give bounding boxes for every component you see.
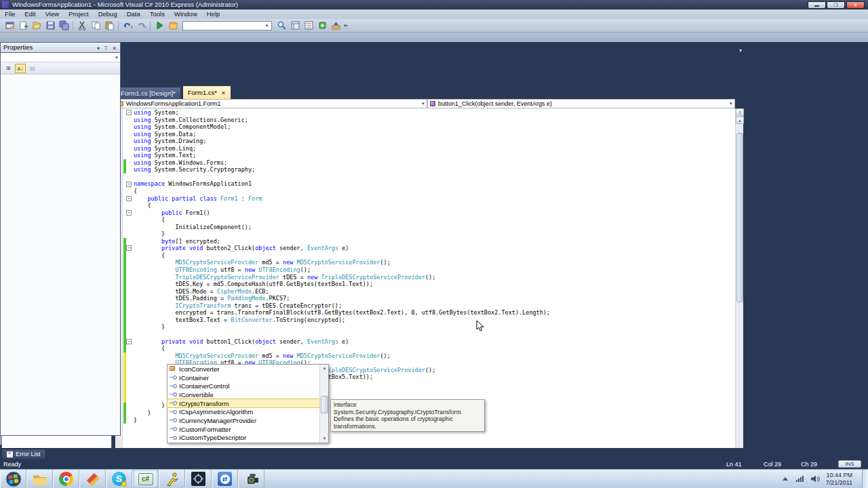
menu-debug[interactable]: Debug xyxy=(94,9,122,19)
show-desktop-button[interactable] xyxy=(862,470,868,488)
fold-collapse-icon[interactable]: − xyxy=(126,245,132,251)
code-line[interactable]: TripleDESCryptoServiceProvider tDES = ne… xyxy=(134,274,550,281)
paste-button[interactable] xyxy=(103,20,115,31)
code-line[interactable]: using System.Text; xyxy=(134,152,550,159)
visual-studio[interactable] xyxy=(79,470,106,488)
code-line[interactable]: tDES.Mode = CipherMode.ECB; xyxy=(134,288,550,296)
menu-data[interactable]: Data xyxy=(122,9,145,19)
member-dropdown[interactable]: button1_Click(object sender, EventArgs e… xyxy=(427,99,735,108)
hidden-icons-icon[interactable] xyxy=(783,477,788,481)
code-line[interactable]: using System.Collections.Generic; xyxy=(134,117,550,124)
taskbar-clock[interactable]: 10:44 PM7/21/2011 xyxy=(826,472,852,487)
completion-item-icustomtypedescriptor[interactable]: ICustomTypeDescriptor xyxy=(167,434,319,443)
scrollbar-thumb[interactable] xyxy=(321,396,328,413)
code-line[interactable]: encrypted = trans.TransformFinalBlock(ut… xyxy=(134,309,550,317)
code-line[interactable]: private void button2_Click(object sender… xyxy=(134,245,550,252)
start-debugging-button[interactable] xyxy=(153,20,165,31)
new-project-button[interactable] xyxy=(3,20,16,31)
toolbar-search-combobox[interactable]: ▼ xyxy=(182,21,272,30)
solution-explorer-button[interactable] xyxy=(289,20,301,31)
splitter-handle[interactable]: ⇕ xyxy=(736,108,744,116)
pin-icon[interactable]: ⊤ xyxy=(104,44,108,54)
menu-edit[interactable]: Edit xyxy=(20,9,40,19)
type-dropdown[interactable]: WindowsFormsApplication1.Form1 ▼ xyxy=(115,99,427,108)
document-tab-form1-cs-design-[interactable]: Form1.cs [Design]* xyxy=(115,87,181,99)
menu-file[interactable]: File xyxy=(0,9,20,19)
object-dropdown[interactable]: ▼ xyxy=(1,53,120,62)
fold-collapse-icon[interactable]: − xyxy=(126,110,132,115)
scrollbar-thumb[interactable] xyxy=(736,133,743,302)
scroll-up-icon[interactable]: ▲ xyxy=(736,117,744,124)
teamviewer[interactable]: ⇄ xyxy=(212,470,238,488)
close-button[interactable]: ✕ xyxy=(846,1,865,9)
undo-button[interactable] xyxy=(121,20,134,31)
code-line[interactable]: { xyxy=(134,188,550,195)
code-line[interactable]: using System.Linq; xyxy=(134,145,550,152)
fold-collapse-icon[interactable]: − xyxy=(126,210,132,216)
menu-project[interactable]: Project xyxy=(64,9,94,19)
code-line[interactable]: using System.ComponentModel; xyxy=(134,123,550,131)
fold-collapse-icon[interactable]: − xyxy=(126,182,132,187)
copy-button[interactable] xyxy=(90,20,102,31)
code-line[interactable]: byte[] encrypted; xyxy=(134,238,550,245)
save-button[interactable] xyxy=(44,20,56,31)
publish-button[interactable] xyxy=(330,20,342,31)
code-line[interactable]: ICryptoTransform trans = tDES.CreateEncr… xyxy=(134,302,550,310)
code-line[interactable] xyxy=(134,174,550,181)
skype[interactable]: S xyxy=(106,470,132,488)
code-line[interactable]: } xyxy=(134,230,550,238)
restore-button[interactable]: ❐ xyxy=(827,1,845,9)
network-icon[interactable] xyxy=(796,476,804,482)
completion-item-icustomformatter[interactable]: ICustomFormatter xyxy=(167,425,319,434)
game-app[interactable] xyxy=(185,470,212,488)
categorized-icon[interactable]: ⊞ xyxy=(3,64,14,73)
code-line[interactable]: InitializeComponent(); xyxy=(134,224,550,231)
redo-button[interactable] xyxy=(135,20,147,31)
alphabetical-sort-icon[interactable]: A↓ xyxy=(15,64,26,73)
menu-view[interactable]: View xyxy=(41,9,64,19)
tab-list-dropdown-icon[interactable]: ▾ xyxy=(739,47,742,54)
completion-item-icontainer[interactable]: IContainer xyxy=(167,373,319,382)
code-line[interactable]: textBox3.Text = BitConverter.ToString(en… xyxy=(134,317,550,324)
code-line[interactable]: using System.Windows.Forms; xyxy=(134,159,550,167)
scroll-down-icon[interactable]: ▼ xyxy=(320,435,329,443)
title-bar[interactable]: WindowsFormsApplication1 - Microsoft Vis… xyxy=(0,0,868,9)
code-line[interactable]: using System.Drawing; xyxy=(134,138,550,145)
add-new-item-button[interactable] xyxy=(17,20,29,31)
window-position-icon[interactable]: ▾ xyxy=(97,44,100,54)
open-containing-folder-button[interactable] xyxy=(167,20,179,31)
fold-collapse-icon[interactable]: − xyxy=(126,339,132,344)
properties-window-button[interactable] xyxy=(302,20,315,31)
code-line[interactable]: } xyxy=(134,323,550,331)
completion-item-iconconverter[interactable]: IconConverter xyxy=(167,365,319,373)
find-in-files-button[interactable] xyxy=(275,20,288,31)
menu-window[interactable]: Window xyxy=(170,9,202,19)
code-line[interactable]: using System.Security.Cryptography; xyxy=(134,166,550,174)
code-line[interactable]: MD5CryptoServiceProvider md5 = new MD5Cr… xyxy=(134,259,550,266)
code-line[interactable]: private void button1_Click(object sender… xyxy=(134,338,550,346)
extension-manager-button[interactable] xyxy=(316,20,328,31)
completion-item-icspasymmetricalgorithm[interactable]: ICspAsymmetricAlgorithm xyxy=(167,407,319,416)
properties-header[interactable]: Properties ▾ ⊤ ✕ xyxy=(0,42,121,53)
tab-error-list[interactable]: Error List xyxy=(1,449,46,459)
google-chrome[interactable] xyxy=(53,470,79,488)
code-line[interactable] xyxy=(134,331,550,338)
code-line[interactable]: { xyxy=(134,202,550,209)
visual-csharp-express[interactable]: c# xyxy=(132,470,159,488)
code-line[interactable]: namespace WindowsFormsApplication1 xyxy=(134,180,550,188)
open-file-button[interactable] xyxy=(31,20,43,31)
windows-explorer[interactable] xyxy=(26,470,53,488)
fold-collapse-icon[interactable]: − xyxy=(126,196,132,201)
start-button[interactable] xyxy=(0,470,26,488)
close-panel-icon[interactable]: ✕ xyxy=(112,44,117,54)
menu-tools[interactable]: Tools xyxy=(145,9,170,19)
vertical-scrollbar[interactable]: ⇕ ▲ ▼ xyxy=(735,108,743,479)
code-line[interactable]: public partial class Form1 : Form xyxy=(134,195,550,203)
completion-item-icurrencymanagerprovider[interactable]: ICurrencyManagerProvider xyxy=(167,416,319,425)
completion-item-icryptotransform[interactable]: ICryptoTransform xyxy=(167,399,319,408)
code-line[interactable]: using System.Data; xyxy=(134,131,550,138)
volume-icon[interactable] xyxy=(810,474,820,483)
minimize-button[interactable]: ▬ xyxy=(808,1,826,9)
scroll-up-icon[interactable]: ▲ xyxy=(320,365,329,372)
code-line[interactable]: using System; xyxy=(134,109,550,117)
